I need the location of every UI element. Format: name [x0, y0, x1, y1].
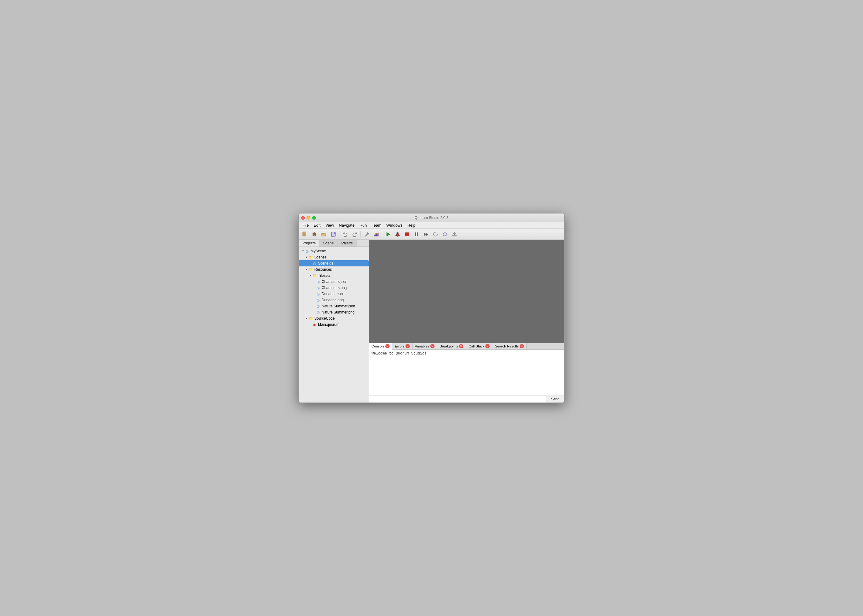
build-btn[interactable] — [372, 230, 380, 239]
tab-call-stack[interactable]: Call Stack ✕ — [466, 343, 492, 349]
nature-summer-png-label: Nature Summer.png — [322, 310, 354, 314]
sourcecode-folder-label: SourceCode — [314, 316, 335, 321]
tab-call-stack-close[interactable]: ✕ — [485, 344, 490, 348]
tree-item-characters-json[interactable]: ◎ Characters.json — [299, 279, 369, 285]
new-file-btn[interactable] — [301, 230, 309, 239]
tree-arrow-tilesets: ▼ — [309, 274, 312, 277]
tree-item-myscene[interactable]: ▼ ◎ MyScene — [299, 248, 369, 254]
tab-variables[interactable]: Variables ✕ — [413, 343, 437, 349]
tab-errors[interactable]: Errors ✕ — [392, 343, 412, 349]
wrench-btn[interactable] — [362, 230, 371, 239]
console-input-row: Send — [369, 396, 564, 402]
tree-item-dungeon-png[interactable]: ◎ Dungeon.png — [299, 297, 369, 303]
open-btn[interactable] — [320, 230, 328, 239]
editor-canvas — [369, 240, 564, 343]
tab-errors-close[interactable]: ✕ — [405, 344, 410, 348]
undo-btn[interactable] — [341, 230, 350, 239]
toolbar-sep-2 — [361, 231, 361, 237]
tab-search-results-close[interactable]: ✕ — [520, 344, 524, 348]
tree-item-main-quorum[interactable]: ◉ Main.quorum — [299, 321, 369, 328]
menu-navigate[interactable]: Navigate — [336, 222, 357, 228]
sourcecode-folder-icon: 📁 — [309, 316, 313, 321]
pause-btn[interactable] — [412, 230, 421, 239]
myscene-label: MyScene — [310, 249, 326, 253]
save-btn[interactable] — [329, 230, 337, 239]
menu-edit[interactable]: Edit — [311, 222, 323, 228]
tree-item-tilesets[interactable]: ▼ 📁 Tilesets — [299, 272, 369, 279]
menu-view[interactable]: View — [323, 222, 336, 228]
minimize-button[interactable] — [307, 216, 310, 220]
menu-team[interactable]: Team — [369, 222, 384, 228]
tree-item-resources[interactable]: ▼ 📁 Resources — [299, 266, 369, 272]
toolbar-sep-1 — [339, 231, 339, 237]
menu-file[interactable]: File — [300, 222, 311, 228]
tree-item-sourcecode[interactable]: ▼ 📁 SourceCode — [299, 315, 369, 321]
tree-item-dungeon-json[interactable]: ◎ Dungeon.json — [299, 291, 369, 297]
export-btn[interactable] — [450, 230, 459, 239]
svg-rect-5 — [332, 232, 334, 234]
sidebar-tabs: Projects Scene Palette — [299, 240, 369, 247]
main-quorum-label: Main.quorum — [318, 322, 339, 327]
redo-btn[interactable] — [350, 230, 359, 239]
scenes-folder-icon: 📁 — [309, 255, 313, 260]
project-tree: ▼ ◎ MyScene ▼ 📁 Scenes ◎ Scene.qs — [299, 247, 369, 402]
menubar: File Edit View Navigate Run Team Windows… — [299, 222, 564, 229]
menu-windows[interactable]: Windows — [384, 222, 405, 228]
refresh-btn[interactable] — [441, 230, 449, 239]
svg-marker-12 — [386, 232, 390, 236]
tree-item-characters-png[interactable]: ◎ Characters.png — [299, 285, 369, 291]
tree-item-nature-summer-png[interactable]: ◎ Nature Summer.png — [299, 309, 369, 315]
console-output: Welcome to Quorum Studio! — [369, 350, 564, 396]
svg-rect-21 — [405, 233, 409, 236]
traffic-lights — [301, 216, 316, 220]
tree-item-scenes[interactable]: ▼ 📁 Scenes — [299, 254, 369, 260]
tree-arrow-sourcecode: ▼ — [305, 317, 309, 320]
run-btn[interactable] — [384, 230, 392, 239]
tree-arrow-resources: ▼ — [305, 268, 309, 271]
fast-forward-btn[interactable] — [422, 230, 430, 239]
tab-projects[interactable]: Projects — [299, 240, 320, 247]
stop-btn[interactable] — [403, 230, 411, 239]
svg-marker-28 — [453, 232, 456, 235]
debug-btn[interactable] — [393, 230, 402, 239]
open-project-btn[interactable] — [310, 230, 318, 239]
characters-png-label: Characters.png — [322, 286, 347, 290]
main-quorum-icon: ◉ — [312, 322, 317, 327]
tab-search-results[interactable]: Search Results ✕ — [492, 343, 527, 349]
tab-console[interactable]: Console ✕ — [369, 343, 392, 350]
characters-json-label: Characters.json — [322, 280, 347, 284]
tree-item-nature-summer-json[interactable]: ◎ Nature Summer.json — [299, 303, 369, 309]
tree-item-scene-qs[interactable]: ◎ Scene.qs — [299, 260, 369, 266]
svg-rect-22 — [415, 233, 416, 236]
step-btn[interactable] — [431, 230, 440, 239]
tab-scene[interactable]: Scene — [320, 240, 337, 247]
svg-rect-9 — [374, 234, 375, 236]
dungeon-png-icon: ◎ — [316, 298, 321, 302]
myscene-icon: ◎ — [305, 249, 310, 253]
characters-json-icon: ◎ — [316, 279, 321, 284]
menu-run[interactable]: Run — [357, 222, 369, 228]
tilesets-folder-label: Tilesets — [318, 273, 331, 278]
console-send-button[interactable]: Send — [546, 396, 564, 402]
dungeon-json-icon: ◎ — [316, 291, 321, 296]
tab-console-close[interactable]: ✕ — [385, 344, 390, 348]
console-input[interactable] — [369, 396, 546, 402]
tab-palette[interactable]: Palette — [337, 240, 356, 247]
svg-rect-23 — [417, 233, 418, 236]
resources-folder-icon: 📁 — [309, 267, 313, 272]
close-button[interactable] — [301, 216, 305, 220]
sidebar: Projects Scene Palette ▼ ◎ MyScene ▼ 📁 S… — [299, 240, 369, 402]
svg-rect-2 — [305, 232, 306, 233]
tab-breakpoints[interactable]: Breakpoints ✕ — [437, 343, 466, 349]
tab-variables-close[interactable]: ✕ — [430, 344, 435, 348]
svg-marker-24 — [424, 233, 426, 236]
tree-arrow-scenes: ▼ — [305, 256, 309, 259]
scene-qs-icon: ◎ — [312, 261, 317, 266]
editor-area: Console ✕ Errors ✕ Variables ✕ Breakpoin… — [369, 240, 564, 402]
svg-line-17 — [399, 234, 400, 234]
menu-help[interactable]: Help — [405, 222, 418, 228]
scene-qs-label: Scene.qs — [318, 261, 333, 266]
maximize-button[interactable] — [312, 216, 316, 220]
tab-breakpoints-close[interactable]: ✕ — [459, 344, 463, 348]
nature-summer-json-label: Nature Summer.json — [322, 304, 355, 308]
